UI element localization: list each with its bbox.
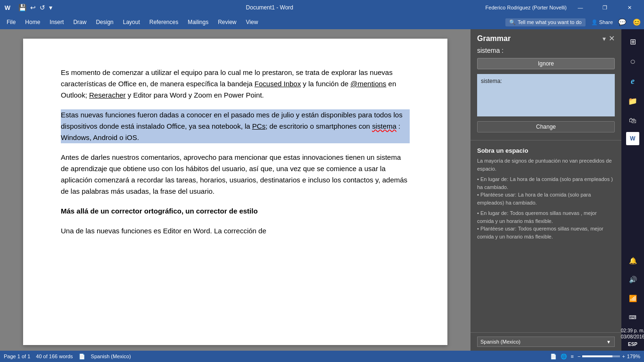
mentions-link: @mentions xyxy=(350,80,386,88)
word-count: 40 of 166 words xyxy=(36,354,73,359)
main-area: Es momento de comenzar a utilizar el equ… xyxy=(0,29,644,351)
edge-browser-icon[interactable]: e xyxy=(624,73,641,90)
menu-references[interactable]: References xyxy=(145,17,183,27)
bullet-1-before-label: • En lugar de: xyxy=(477,176,508,182)
menu-home[interactable]: Home xyxy=(20,17,45,27)
page-count: Page 1 of 1 xyxy=(4,354,30,359)
title-bar: W 💾 ↩ ↺ ▾ Document1 - Word Federico Rodr… xyxy=(0,0,644,15)
redo-quick-btn[interactable]: ↺ xyxy=(38,3,47,12)
windows-sidebar: ⊞ ○ e 📁 🛍 W 🔔 🔊 📶 ⌨ 02:39 p. m. 03/08/20… xyxy=(621,29,644,351)
grammar-close-icon[interactable]: ✕ xyxy=(609,34,615,43)
grammar-title: Grammar xyxy=(477,34,511,43)
grammar-suggestion-input[interactable]: sistema: xyxy=(477,74,615,116)
menu-insert[interactable]: Insert xyxy=(45,17,68,27)
share-button[interactable]: 👤 Share xyxy=(591,19,613,25)
status-language: Spanish (Mexico) xyxy=(91,354,131,359)
menu-design[interactable]: Design xyxy=(91,17,118,27)
paragraph-5[interactable]: Una de las nuevas funciones es Editor en… xyxy=(61,225,410,237)
grammar-header-controls: ▾ ✕ xyxy=(603,34,615,43)
grammar-divider xyxy=(471,140,621,140)
undo-quick-btn[interactable]: ↩ xyxy=(29,3,37,12)
document-area[interactable]: Es momento de comenzar a utilizar el equ… xyxy=(0,29,471,351)
status-right: 📄 🌐 ≡ − + 179% xyxy=(550,354,640,360)
search-placeholder: Tell me what you want to do xyxy=(518,19,582,25)
quick-access-toolbar: 💾 ↩ ↺ ▾ xyxy=(17,3,54,12)
windows-store-icon[interactable]: 🛍 xyxy=(624,112,641,129)
bullet-1-after-label: • Plantéese usar: xyxy=(477,192,516,197)
zoom-control: − + 179% xyxy=(578,354,640,359)
menu-mailings[interactable]: Mailings xyxy=(183,17,213,27)
bullet-2-after-label: • Plantéese usar: xyxy=(477,226,516,231)
suggestion-bullet-2: • En lugar de: Todos queremos sillas nue… xyxy=(477,209,615,240)
paragraph-1[interactable]: Es momento de comenzar a utilizar el equ… xyxy=(61,67,410,101)
zoom-in-btn[interactable]: + xyxy=(622,354,625,359)
suggestion-title: Sobra un espacio xyxy=(477,147,615,154)
menu-file[interactable]: File xyxy=(2,17,20,27)
doc-icon: 📄 xyxy=(79,354,85,360)
zoom-fill xyxy=(582,355,612,357)
search-box[interactable]: 🔍 Tell me what you want to do xyxy=(505,18,586,26)
grammar-suggestion-section: Sobra un espacio La mayoría de signos de… xyxy=(471,143,621,244)
sistema-word: sistema xyxy=(372,122,396,130)
menu-layout[interactable]: Layout xyxy=(118,17,145,27)
title-bar-left: W 💾 ↩ ↺ ▾ xyxy=(4,3,54,12)
grammar-flagged-word: sistema : xyxy=(471,46,621,58)
menu-view[interactable]: View xyxy=(241,17,263,27)
view-icon-outline[interactable]: ≡ xyxy=(571,354,574,359)
view-icon-print[interactable]: 📄 xyxy=(550,354,557,360)
user-info: Federico Rodriguez (Porter Novelli) xyxy=(486,5,567,10)
volume-icon[interactable]: 🔊 xyxy=(624,271,641,288)
word-logo-icon: W xyxy=(4,4,11,11)
emoji-icon[interactable]: 😊 xyxy=(631,17,642,27)
language-select-wrapper[interactable]: Spanish (Mexico) English (United States) xyxy=(477,337,615,347)
menu-review[interactable]: Review xyxy=(213,17,241,27)
windows-start-icon[interactable]: ⊞ xyxy=(624,33,641,50)
share-icon: 👤 xyxy=(591,19,598,25)
menu-bar: File Home Insert Draw Design Layout Refe… xyxy=(0,15,644,29)
maximize-button[interactable]: ❐ xyxy=(594,0,616,15)
close-button[interactable]: ✕ xyxy=(619,0,640,15)
language-indicator: ESP xyxy=(628,342,637,347)
network-icon[interactable]: 📶 xyxy=(624,290,641,307)
zoom-slider[interactable] xyxy=(582,355,620,357)
comments-icon[interactable]: 💬 xyxy=(617,17,627,27)
search-icon: 🔍 xyxy=(509,19,516,25)
word-taskbar-icon[interactable]: W xyxy=(626,132,639,145)
paragraph-2-highlighted[interactable]: Estas nuevas funciones fueron dadas a co… xyxy=(61,109,410,143)
grammar-header: Grammar ▾ ✕ xyxy=(471,29,621,46)
date: 03/08/2016 xyxy=(621,334,644,340)
bullet-2-before-label: • En lugar de: xyxy=(477,210,508,216)
menu-right-actions: 👤 Share 💬 😊 xyxy=(591,17,642,27)
grammar-chevron-icon[interactable]: ▾ xyxy=(603,35,606,42)
suggestion-bullet-1: • En lugar de: La hora de la comida (sol… xyxy=(477,175,615,206)
customize-quick-btn[interactable]: ▾ xyxy=(48,3,54,12)
keyboard-icon[interactable]: ⌨ xyxy=(624,309,641,326)
title-bar-right: Federico Rodriguez (Porter Novelli) — ❐ … xyxy=(486,0,640,15)
grammar-panel: Grammar ▾ ✕ sistema : Ignore sistema: Ch… xyxy=(471,29,621,351)
time: 02:39 p. m. xyxy=(621,328,644,334)
ignore-button[interactable]: Ignore xyxy=(477,58,615,69)
zoom-level: 179% xyxy=(627,354,640,359)
suggestion-desc: La mayoría de signos de puntuación no va… xyxy=(477,157,615,173)
notifications-icon[interactable]: 🔔 xyxy=(624,252,641,269)
status-bar: Page 1 of 1 40 of 166 words 📄 Spanish (M… xyxy=(0,351,644,362)
grammar-footer: Spanish (Mexico) English (United States) xyxy=(471,332,621,351)
paragraph-3[interactable]: Antes de darles nuestros comentarios, ap… xyxy=(61,152,410,197)
pcs-link: PCs xyxy=(252,122,265,130)
grammar-input-text: sistema: xyxy=(481,78,502,84)
zoom-out-btn[interactable]: − xyxy=(578,354,580,359)
document-page[interactable]: Es momento de comenzar a utilizar el equ… xyxy=(23,39,447,345)
language-select[interactable]: Spanish (Mexico) English (United States) xyxy=(477,337,615,347)
view-icon-web[interactable]: 🌐 xyxy=(561,354,567,360)
reseracher-link: Reseracher xyxy=(89,91,126,99)
file-explorer-icon[interactable]: 📁 xyxy=(624,92,641,109)
change-button[interactable]: Change xyxy=(477,121,615,132)
paragraph-4-heading: Más allá de un corrector ortográfico, un… xyxy=(61,206,410,217)
heading-text: Más allá de un corrector ortográfico, un… xyxy=(61,207,258,215)
save-quick-btn[interactable]: 💾 xyxy=(17,3,28,12)
document-title: Document1 - Word xyxy=(54,4,486,11)
cortana-icon[interactable]: ○ xyxy=(624,53,641,70)
menu-draw[interactable]: Draw xyxy=(68,17,91,27)
user-name: Federico Rodriguez (Porter Novelli) xyxy=(486,5,567,10)
minimize-button[interactable]: — xyxy=(570,0,591,15)
